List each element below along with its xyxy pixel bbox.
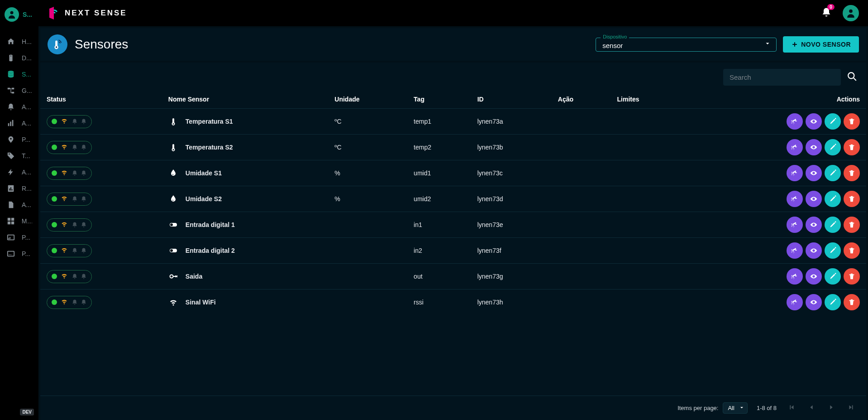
delete-button[interactable]	[844, 294, 860, 310]
delete-button[interactable]	[844, 268, 860, 285]
col-action[interactable]: Ação	[552, 90, 611, 109]
sensor-tag: temp2	[407, 135, 471, 160]
table-row: Umidade S1 % umid1 lynen73c	[40, 160, 866, 186]
col-status[interactable]: Status	[40, 90, 162, 109]
device-select[interactable]: Dispositivo sensor	[596, 38, 777, 52]
sensor-action	[552, 238, 611, 264]
sensor-unit: ºC	[328, 135, 407, 160]
edit-button[interactable]	[825, 217, 841, 233]
nav-label: T...	[22, 152, 30, 159]
delete-button[interactable]	[844, 139, 860, 155]
col-name[interactable]: Nome Sensor	[162, 90, 328, 109]
col-limits[interactable]: Limites	[611, 90, 684, 109]
thermometer-icon	[168, 117, 178, 126]
view-button[interactable]	[806, 165, 822, 181]
delete-button[interactable]	[844, 191, 860, 207]
run-button[interactable]	[787, 217, 803, 233]
nav-label: A...	[22, 120, 31, 127]
first-page-button[interactable]	[786, 401, 797, 415]
sensor-action	[552, 290, 611, 315]
run-button[interactable]	[787, 294, 803, 310]
toggle-icon	[168, 220, 178, 229]
profile-button[interactable]	[843, 5, 859, 21]
wifi-icon	[168, 298, 178, 307]
wifi-status-icon	[61, 195, 68, 203]
page-title: Sensores	[75, 37, 128, 52]
run-button[interactable]	[787, 242, 803, 259]
edit-button[interactable]	[825, 165, 841, 181]
last-page-button[interactable]	[845, 401, 857, 415]
view-button[interactable]	[806, 242, 822, 259]
nav-item-panel-a[interactable]: P...	[0, 229, 38, 246]
edit-button[interactable]	[825, 113, 841, 130]
nav-label: P...	[22, 234, 30, 241]
sensor-unit: ºC	[328, 109, 407, 135]
wifi-status-icon	[61, 221, 68, 229]
report-icon	[6, 184, 15, 193]
delete-button[interactable]	[844, 242, 860, 259]
nav-item-bolt[interactable]: A...	[0, 164, 38, 180]
page-size-select[interactable]: All	[723, 402, 747, 414]
status-pill	[47, 141, 92, 154]
run-button[interactable]	[787, 191, 803, 207]
search-input[interactable]	[723, 69, 841, 86]
nav-label: A...	[22, 169, 31, 176]
table-row: Temperatura S2 ºC temp2 lynen73b	[40, 135, 866, 160]
nav-item-panel-b[interactable]: P...	[0, 246, 38, 262]
sidebar-user[interactable]: S...	[0, 4, 38, 25]
nav-item-report[interactable]: R...	[0, 180, 38, 197]
topbar: NEXT SENSE 0	[38, 0, 868, 26]
muted-alert-icons	[72, 144, 87, 150]
run-button[interactable]	[787, 139, 803, 155]
status-pill	[47, 193, 92, 206]
nav-item-tree[interactable]: G...	[0, 82, 38, 99]
nav-item-grid[interactable]: M...	[0, 213, 38, 229]
view-button[interactable]	[806, 139, 822, 155]
prev-page-button[interactable]	[806, 401, 817, 415]
edit-button[interactable]	[825, 294, 841, 310]
nav-item-device[interactable]: D...	[0, 50, 38, 66]
brand-logo-icon	[48, 7, 60, 19]
edit-button[interactable]	[825, 268, 841, 285]
nav-label: P...	[22, 250, 30, 257]
run-button[interactable]	[787, 165, 803, 181]
sidebar-user-label: S...	[23, 11, 32, 18]
search-button[interactable]	[847, 72, 857, 83]
delete-button[interactable]	[844, 113, 860, 130]
delete-button[interactable]	[844, 165, 860, 181]
edit-button[interactable]	[825, 139, 841, 155]
sensor-id: lynen73f	[471, 238, 552, 264]
col-tag[interactable]: Tag	[407, 90, 471, 109]
table-row: Sinal WiFi rssi lynen73h	[40, 290, 866, 315]
col-id[interactable]: ID	[471, 90, 552, 109]
nav-item-database[interactable]: S...	[0, 66, 38, 82]
nav-item-home[interactable]: H...	[0, 34, 38, 50]
delete-button[interactable]	[844, 217, 860, 233]
nav-item-file[interactable]: A...	[0, 197, 38, 213]
page-size-value: All	[728, 405, 734, 411]
nav-item-bell[interactable]: A...	[0, 99, 38, 115]
brand: NEXT SENSE	[48, 7, 127, 19]
run-button[interactable]	[787, 113, 803, 130]
notifications-button[interactable]: 0	[821, 7, 832, 19]
view-button[interactable]	[806, 191, 822, 207]
view-button[interactable]	[806, 294, 822, 310]
sensor-id: lynen73d	[471, 186, 552, 212]
next-page-button[interactable]	[825, 401, 837, 415]
edit-button[interactable]	[825, 191, 841, 207]
sensor-limits	[611, 290, 684, 315]
sensor-unit	[328, 238, 407, 264]
nav-item-chart[interactable]: A...	[0, 115, 38, 131]
nav-item-tag[interactable]: T...	[0, 148, 38, 164]
view-button[interactable]	[806, 217, 822, 233]
col-unit[interactable]: Unidade	[328, 90, 407, 109]
pin-icon	[6, 135, 15, 144]
view-button[interactable]	[806, 113, 822, 130]
run-button[interactable]	[787, 268, 803, 285]
edit-button[interactable]	[825, 242, 841, 259]
new-sensor-button[interactable]: NOVO SENSOR	[783, 36, 859, 53]
sensor-action	[552, 264, 611, 290]
sensor-limits	[611, 135, 684, 160]
view-button[interactable]	[806, 268, 822, 285]
nav-item-pin[interactable]: P...	[0, 131, 38, 148]
